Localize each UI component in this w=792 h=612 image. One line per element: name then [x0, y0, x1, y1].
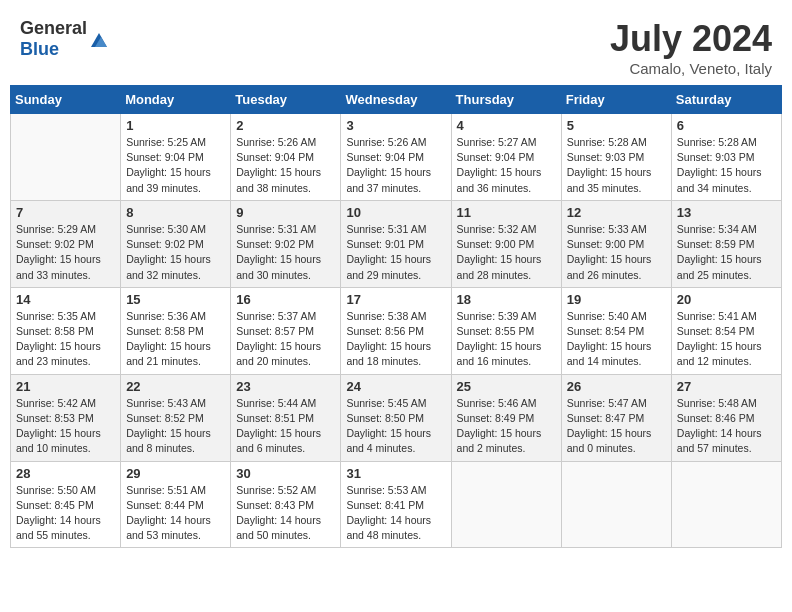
- day-info: Sunrise: 5:44 AM Sunset: 8:51 PM Dayligh…: [236, 396, 335, 457]
- calendar-cell: 4Sunrise: 5:27 AM Sunset: 9:04 PM Daylig…: [451, 114, 561, 201]
- day-number: 26: [567, 379, 666, 394]
- day-number: 12: [567, 205, 666, 220]
- calendar-cell: [561, 461, 671, 548]
- calendar-cell: [671, 461, 781, 548]
- day-info: Sunrise: 5:31 AM Sunset: 9:01 PM Dayligh…: [346, 222, 445, 283]
- calendar-cell: 10Sunrise: 5:31 AM Sunset: 9:01 PM Dayli…: [341, 200, 451, 287]
- day-number: 25: [457, 379, 556, 394]
- calendar-cell: 23Sunrise: 5:44 AM Sunset: 8:51 PM Dayli…: [231, 374, 341, 461]
- day-number: 5: [567, 118, 666, 133]
- calendar-cell: 28Sunrise: 5:50 AM Sunset: 8:45 PM Dayli…: [11, 461, 121, 548]
- calendar-week-row: 28Sunrise: 5:50 AM Sunset: 8:45 PM Dayli…: [11, 461, 782, 548]
- day-number: 7: [16, 205, 115, 220]
- calendar-week-row: 14Sunrise: 5:35 AM Sunset: 8:58 PM Dayli…: [11, 287, 782, 374]
- calendar-cell: 9Sunrise: 5:31 AM Sunset: 9:02 PM Daylig…: [231, 200, 341, 287]
- day-number: 6: [677, 118, 776, 133]
- day-info: Sunrise: 5:39 AM Sunset: 8:55 PM Dayligh…: [457, 309, 556, 370]
- calendar-cell: 20Sunrise: 5:41 AM Sunset: 8:54 PM Dayli…: [671, 287, 781, 374]
- day-info: Sunrise: 5:51 AM Sunset: 8:44 PM Dayligh…: [126, 483, 225, 544]
- day-info: Sunrise: 5:48 AM Sunset: 8:46 PM Dayligh…: [677, 396, 776, 457]
- day-number: 18: [457, 292, 556, 307]
- calendar-cell: 31Sunrise: 5:53 AM Sunset: 8:41 PM Dayli…: [341, 461, 451, 548]
- day-number: 28: [16, 466, 115, 481]
- day-number: 15: [126, 292, 225, 307]
- day-number: 3: [346, 118, 445, 133]
- day-info: Sunrise: 5:35 AM Sunset: 8:58 PM Dayligh…: [16, 309, 115, 370]
- day-number: 8: [126, 205, 225, 220]
- calendar-cell: 8Sunrise: 5:30 AM Sunset: 9:02 PM Daylig…: [121, 200, 231, 287]
- day-info: Sunrise: 5:53 AM Sunset: 8:41 PM Dayligh…: [346, 483, 445, 544]
- title-block: July 2024 Camalo, Veneto, Italy: [610, 18, 772, 77]
- day-number: 11: [457, 205, 556, 220]
- calendar-cell: 30Sunrise: 5:52 AM Sunset: 8:43 PM Dayli…: [231, 461, 341, 548]
- weekday-header-tuesday: Tuesday: [231, 86, 341, 114]
- day-info: Sunrise: 5:25 AM Sunset: 9:04 PM Dayligh…: [126, 135, 225, 196]
- location-subtitle: Camalo, Veneto, Italy: [610, 60, 772, 77]
- day-number: 16: [236, 292, 335, 307]
- day-number: 29: [126, 466, 225, 481]
- weekday-header-saturday: Saturday: [671, 86, 781, 114]
- day-info: Sunrise: 5:28 AM Sunset: 9:03 PM Dayligh…: [677, 135, 776, 196]
- day-info: Sunrise: 5:38 AM Sunset: 8:56 PM Dayligh…: [346, 309, 445, 370]
- calendar-cell: 26Sunrise: 5:47 AM Sunset: 8:47 PM Dayli…: [561, 374, 671, 461]
- day-info: Sunrise: 5:28 AM Sunset: 9:03 PM Dayligh…: [567, 135, 666, 196]
- day-info: Sunrise: 5:31 AM Sunset: 9:02 PM Dayligh…: [236, 222, 335, 283]
- calendar-week-row: 1Sunrise: 5:25 AM Sunset: 9:04 PM Daylig…: [11, 114, 782, 201]
- day-info: Sunrise: 5:32 AM Sunset: 9:00 PM Dayligh…: [457, 222, 556, 283]
- day-info: Sunrise: 5:47 AM Sunset: 8:47 PM Dayligh…: [567, 396, 666, 457]
- day-number: 4: [457, 118, 556, 133]
- calendar-cell: 5Sunrise: 5:28 AM Sunset: 9:03 PM Daylig…: [561, 114, 671, 201]
- day-number: 1: [126, 118, 225, 133]
- calendar-cell: 3Sunrise: 5:26 AM Sunset: 9:04 PM Daylig…: [341, 114, 451, 201]
- calendar-cell: 24Sunrise: 5:45 AM Sunset: 8:50 PM Dayli…: [341, 374, 451, 461]
- logo-blue: Blue: [20, 39, 59, 59]
- calendar-cell: 27Sunrise: 5:48 AM Sunset: 8:46 PM Dayli…: [671, 374, 781, 461]
- day-info: Sunrise: 5:34 AM Sunset: 8:59 PM Dayligh…: [677, 222, 776, 283]
- day-info: Sunrise: 5:43 AM Sunset: 8:52 PM Dayligh…: [126, 396, 225, 457]
- calendar-cell: 6Sunrise: 5:28 AM Sunset: 9:03 PM Daylig…: [671, 114, 781, 201]
- calendar-cell: 25Sunrise: 5:46 AM Sunset: 8:49 PM Dayli…: [451, 374, 561, 461]
- day-number: 31: [346, 466, 445, 481]
- calendar-week-row: 7Sunrise: 5:29 AM Sunset: 9:02 PM Daylig…: [11, 200, 782, 287]
- day-info: Sunrise: 5:30 AM Sunset: 9:02 PM Dayligh…: [126, 222, 225, 283]
- calendar-cell: 22Sunrise: 5:43 AM Sunset: 8:52 PM Dayli…: [121, 374, 231, 461]
- day-number: 19: [567, 292, 666, 307]
- calendar-cell: 19Sunrise: 5:40 AM Sunset: 8:54 PM Dayli…: [561, 287, 671, 374]
- calendar-week-row: 21Sunrise: 5:42 AM Sunset: 8:53 PM Dayli…: [11, 374, 782, 461]
- calendar-cell: 7Sunrise: 5:29 AM Sunset: 9:02 PM Daylig…: [11, 200, 121, 287]
- day-info: Sunrise: 5:33 AM Sunset: 9:00 PM Dayligh…: [567, 222, 666, 283]
- calendar-cell: 17Sunrise: 5:38 AM Sunset: 8:56 PM Dayli…: [341, 287, 451, 374]
- day-info: Sunrise: 5:45 AM Sunset: 8:50 PM Dayligh…: [346, 396, 445, 457]
- calendar-cell: 2Sunrise: 5:26 AM Sunset: 9:04 PM Daylig…: [231, 114, 341, 201]
- day-info: Sunrise: 5:40 AM Sunset: 8:54 PM Dayligh…: [567, 309, 666, 370]
- calendar-cell: 11Sunrise: 5:32 AM Sunset: 9:00 PM Dayli…: [451, 200, 561, 287]
- calendar-table: SundayMondayTuesdayWednesdayThursdayFrid…: [10, 85, 782, 548]
- weekday-header-friday: Friday: [561, 86, 671, 114]
- day-number: 22: [126, 379, 225, 394]
- calendar-cell: 29Sunrise: 5:51 AM Sunset: 8:44 PM Dayli…: [121, 461, 231, 548]
- calendar-cell: 16Sunrise: 5:37 AM Sunset: 8:57 PM Dayli…: [231, 287, 341, 374]
- day-number: 14: [16, 292, 115, 307]
- calendar-cell: 13Sunrise: 5:34 AM Sunset: 8:59 PM Dayli…: [671, 200, 781, 287]
- day-number: 13: [677, 205, 776, 220]
- logo-general: General: [20, 18, 87, 38]
- day-number: 20: [677, 292, 776, 307]
- day-info: Sunrise: 5:42 AM Sunset: 8:53 PM Dayligh…: [16, 396, 115, 457]
- calendar-cell: 14Sunrise: 5:35 AM Sunset: 8:58 PM Dayli…: [11, 287, 121, 374]
- weekday-header-monday: Monday: [121, 86, 231, 114]
- logo-text: General Blue: [20, 18, 87, 60]
- calendar-cell: 21Sunrise: 5:42 AM Sunset: 8:53 PM Dayli…: [11, 374, 121, 461]
- weekday-header-wednesday: Wednesday: [341, 86, 451, 114]
- weekday-header-thursday: Thursday: [451, 86, 561, 114]
- day-number: 9: [236, 205, 335, 220]
- day-number: 17: [346, 292, 445, 307]
- day-number: 27: [677, 379, 776, 394]
- calendar-cell: [451, 461, 561, 548]
- day-info: Sunrise: 5:50 AM Sunset: 8:45 PM Dayligh…: [16, 483, 115, 544]
- day-info: Sunrise: 5:36 AM Sunset: 8:58 PM Dayligh…: [126, 309, 225, 370]
- weekday-header-sunday: Sunday: [11, 86, 121, 114]
- day-info: Sunrise: 5:37 AM Sunset: 8:57 PM Dayligh…: [236, 309, 335, 370]
- day-number: 24: [346, 379, 445, 394]
- logo: General Blue: [20, 18, 109, 60]
- month-title: July 2024: [610, 18, 772, 60]
